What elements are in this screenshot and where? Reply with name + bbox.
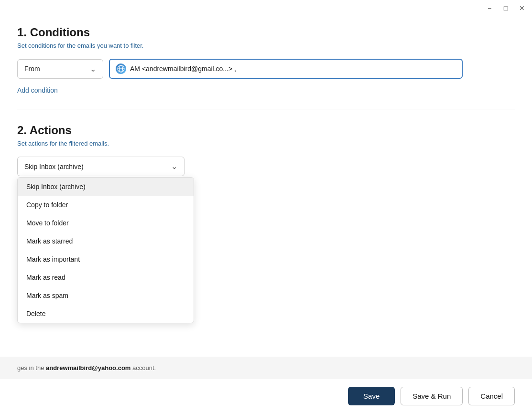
note-bar: ges in the andrewmailbird@yahoo.com acco… (0, 357, 532, 379)
dropdown-item-mark-starred[interactable]: Mark as starred (18, 232, 194, 250)
dropdown-item-mark-spam[interactable]: Mark as spam (18, 286, 194, 305)
actions-dropdown-area: Skip Inbox (archive) ⌄ Skip Inbox (archi… (17, 157, 515, 176)
main-content: 1. Conditions Set conditions for the ema… (0, 16, 532, 176)
dropdown-item-mark-important[interactable]: Mark as important (18, 250, 194, 268)
dropdown-item-skip-inbox[interactable]: Skip Inbox (archive) (18, 178, 194, 196)
actions-section: 2. Actions Set actions for the filtered … (17, 124, 515, 176)
section-divider (17, 109, 515, 109)
note-prefix: ges in the (17, 364, 46, 371)
email-value: AM <andrewmailbird@gmail.co...> , (130, 65, 236, 73)
cancel-button[interactable]: Cancel (468, 387, 515, 405)
maximize-button[interactable]: □ (501, 4, 510, 12)
close-button[interactable]: ✕ (518, 4, 526, 12)
from-label: From (24, 65, 40, 73)
email-input-box[interactable]: AM <andrewmailbird@gmail.co...> , (109, 59, 463, 79)
action-dropdown[interactable]: Skip Inbox (archive) ⌄ (17, 157, 185, 176)
action-dropdown-wrapper: Skip Inbox (archive) ⌄ Skip Inbox (archi… (17, 157, 185, 176)
window: − □ ✕ 1. Conditions Set conditions for t… (0, 0, 532, 413)
footer-area: ges in the andrewmailbird@yahoo.com acco… (0, 357, 532, 413)
dropdown-item-mark-read[interactable]: Mark as read (18, 268, 194, 286)
save-button[interactable]: Save (348, 387, 395, 405)
conditions-subtitle: Set conditions for the emails you want t… (17, 42, 515, 49)
dropdown-item-move-to-folder[interactable]: Move to folder (18, 214, 194, 232)
actions-title: 2. Actions (17, 124, 515, 137)
titlebar: − □ ✕ (0, 0, 532, 16)
save-run-button[interactable]: Save & Run (401, 387, 463, 405)
from-dropdown[interactable]: From ⌄ (17, 59, 103, 79)
conditions-title: 1. Conditions (17, 26, 515, 39)
chevron-down-icon: ⌄ (90, 64, 96, 74)
action-dropdown-menu: Skip Inbox (archive) Copy to folder Move… (17, 177, 194, 323)
selected-action-label: Skip Inbox (archive) (24, 163, 84, 170)
add-condition-link[interactable]: Add condition (17, 86, 58, 94)
chevron-down-icon: ⌄ (171, 162, 177, 171)
note-suffix: account. (130, 364, 156, 371)
note-email: andrewmailbird@yahoo.com (46, 364, 130, 371)
conditions-row: From ⌄ AM <andrewmailbird@gmail.co...> , (17, 59, 515, 79)
email-avatar-icon (116, 64, 126, 74)
dropdown-item-copy-to-folder[interactable]: Copy to folder (18, 196, 194, 214)
button-row: Save Save & Run Cancel (0, 379, 532, 413)
minimize-button[interactable]: − (485, 4, 494, 12)
actions-subtitle: Set actions for the filtered emails. (17, 140, 515, 147)
dropdown-item-delete[interactable]: Delete (18, 305, 194, 323)
conditions-section: 1. Conditions Set conditions for the ema… (17, 26, 515, 95)
